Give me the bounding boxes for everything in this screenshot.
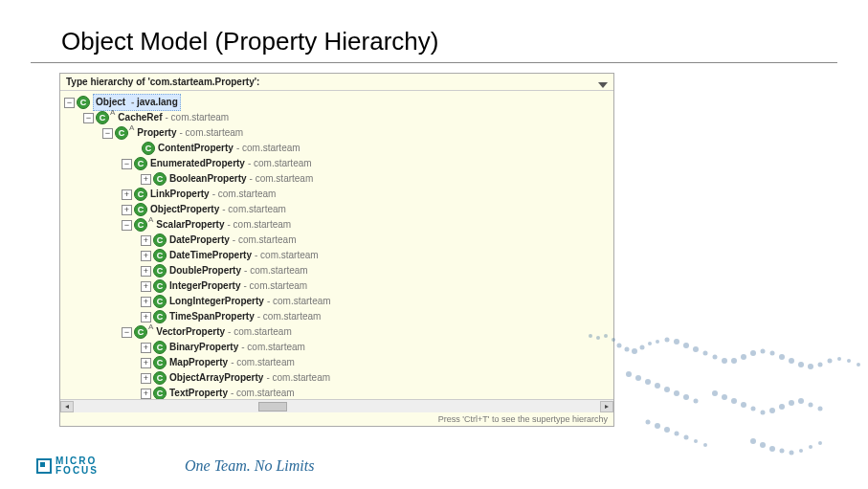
svg-point-51: [646, 420, 651, 425]
svg-point-63: [799, 449, 803, 453]
class-name[interactable]: Object - java.lang: [93, 94, 181, 111]
collapse-icon[interactable]: −: [122, 159, 132, 169]
expand-icon[interactable]: +: [141, 251, 151, 261]
expand-icon[interactable]: +: [141, 174, 151, 185]
class-name[interactable]: DateProperty: [169, 233, 230, 248]
expand-icon[interactable]: +: [141, 389, 151, 399]
class-icon: C: [153, 172, 167, 186]
horizontal-scrollbar[interactable]: ◂ ▸: [60, 399, 613, 412]
package-name: - com.starteam: [257, 309, 322, 324]
svg-point-62: [790, 451, 794, 456]
slide-footer: MICRO FOCUS One Team. No Limits: [36, 456, 868, 476]
tree-row-property[interactable]: − CA Property - com.starteam: [64, 125, 610, 141]
tree-row-double[interactable]: + C DoubleProperty - com.starteam: [64, 263, 610, 278]
tree-row-object[interactable]: − C Object - java.lang: [64, 95, 610, 110]
expand-icon[interactable]: +: [141, 266, 151, 277]
collapse-icon[interactable]: −: [102, 128, 113, 139]
tree-row-vector[interactable]: − CA VectorProperty - com.starteam: [64, 324, 610, 340]
class-name[interactable]: DateTimeProperty: [169, 248, 252, 263]
tree-row-object-prop[interactable]: + C ObjectProperty - com.starteam: [64, 202, 610, 217]
expand-icon[interactable]: +: [141, 358, 151, 368]
svg-point-34: [655, 383, 660, 389]
svg-point-28: [837, 357, 841, 361]
svg-point-6: [632, 348, 637, 354]
expand-icon[interactable]: +: [141, 235, 151, 246]
class-name[interactable]: BinaryProperty: [169, 340, 238, 355]
svg-point-58: [750, 438, 756, 444]
svg-point-18: [741, 354, 746, 360]
view-menu-icon[interactable]: [598, 79, 608, 85]
expand-icon[interactable]: +: [141, 343, 151, 353]
expand-icon[interactable]: +: [122, 205, 132, 215]
scroll-right-button[interactable]: ▸: [600, 401, 613, 412]
svg-point-48: [798, 398, 804, 404]
tree-row-map[interactable]: + C MapProperty - com.starteam: [64, 355, 610, 370]
svg-point-31: [626, 371, 632, 377]
collapse-icon[interactable]: −: [122, 327, 132, 338]
svg-point-54: [675, 432, 679, 436]
tree-row-enumerated[interactable]: − C EnumeratedProperty - com.starteam: [64, 156, 610, 171]
collapse-icon[interactable]: −: [64, 98, 75, 108]
class-name[interactable]: BooleanProperty: [169, 171, 247, 187]
class-name[interactable]: VectorProperty: [156, 324, 225, 340]
tree-row-datetime[interactable]: + C DateTimeProperty - com.starteam: [64, 248, 610, 263]
scroll-left-button[interactable]: ◂: [60, 401, 74, 412]
svg-point-59: [760, 442, 766, 448]
svg-point-36: [674, 390, 679, 396]
class-icon: C: [153, 356, 167, 369]
scroll-thumb[interactable]: [258, 402, 287, 411]
tree-row-scalar[interactable]: − CA ScalarProperty - com.starteam: [64, 217, 610, 233]
class-icon: C: [134, 203, 147, 216]
class-name[interactable]: CacheRef: [118, 110, 162, 125]
tree-view[interactable]: − C Object - java.lang − CA CacheRef - c…: [60, 91, 613, 426]
class-icon: C: [134, 218, 147, 232]
svg-point-13: [693, 346, 699, 352]
class-name[interactable]: MapProperty: [169, 355, 228, 370]
tree-row-date[interactable]: + C DateProperty - com.starteam: [64, 233, 610, 248]
tree-row-content[interactable]: C ContentProperty - com.starteam: [64, 141, 610, 156]
tree-row-link[interactable]: + C LinkProperty - com.starteam: [64, 187, 610, 202]
class-name[interactable]: ContentProperty: [158, 141, 234, 156]
class-name[interactable]: ObjectProperty: [150, 202, 219, 217]
class-name[interactable]: ScalarProperty: [156, 217, 224, 233]
class-name[interactable]: DoubleProperty: [169, 263, 241, 278]
package-name: - com.starteam: [250, 171, 314, 187]
tree-row-cacheref[interactable]: − CA CacheRef - com.starteam: [64, 110, 610, 125]
collapse-icon[interactable]: −: [83, 113, 94, 123]
tree-row-binary[interactable]: + C BinaryProperty - com.starteam: [64, 340, 610, 355]
svg-point-45: [769, 408, 775, 413]
scroll-track[interactable]: [74, 401, 600, 412]
svg-point-16: [722, 358, 727, 364]
svg-point-33: [645, 379, 651, 385]
tree-row-timespan[interactable]: + C TimeSpanProperty - com.starteam: [64, 309, 610, 324]
class-icon: C: [134, 157, 147, 170]
svg-point-41: [731, 398, 737, 404]
svg-point-57: [703, 443, 707, 447]
class-name[interactable]: TimeSpanProperty: [169, 309, 255, 324]
class-name[interactable]: LongIntegerProperty: [169, 294, 264, 309]
tree-row-boolean[interactable]: + C BooleanProperty - com.starteam: [64, 171, 610, 187]
class-name[interactable]: EnumeratedProperty: [150, 156, 245, 171]
tree-row-longint[interactable]: + C LongIntegerProperty - com.starteam: [64, 294, 610, 309]
svg-point-19: [750, 350, 756, 356]
expand-icon[interactable]: +: [141, 373, 151, 384]
logo-text: MICRO FOCUS: [56, 456, 99, 476]
expand-icon[interactable]: +: [141, 281, 151, 292]
svg-point-21: [770, 351, 775, 356]
expand-icon[interactable]: +: [141, 297, 151, 307]
class-name[interactable]: IntegerProperty: [169, 278, 240, 294]
tree-row-integer[interactable]: + C IntegerProperty - com.starteam: [64, 278, 610, 294]
svg-point-55: [684, 435, 689, 440]
expand-icon[interactable]: +: [122, 189, 132, 200]
class-icon: C: [153, 264, 167, 278]
class-name[interactable]: ObjectArrayProperty: [169, 370, 263, 386]
class-name[interactable]: LinkProperty: [150, 187, 210, 202]
class-icon: C: [153, 310, 167, 323]
class-icon: C: [153, 279, 167, 293]
collapse-icon[interactable]: −: [122, 220, 132, 231]
svg-point-49: [809, 403, 813, 408]
tree-row-objectarray[interactable]: + C ObjectArrayProperty - com.starteam: [64, 370, 610, 386]
class-name[interactable]: Property: [137, 125, 176, 141]
package-name: - com.starteam: [243, 278, 307, 294]
abstract-badge-icon: A: [110, 105, 115, 121]
